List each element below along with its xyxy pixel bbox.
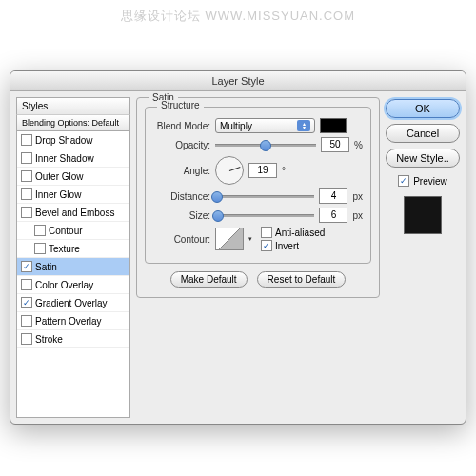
contour-picker[interactable]	[215, 228, 244, 250]
angle-unit: °	[282, 166, 286, 176]
style-item-pattern-overlay[interactable]: Pattern Overlay	[17, 312, 129, 330]
style-item-label: Color Overlay	[35, 280, 93, 290]
size-label: Size:	[153, 210, 210, 221]
style-item-texture[interactable]: Texture	[17, 240, 129, 258]
style-item-drop-shadow[interactable]: Drop Shadow	[17, 131, 129, 149]
anti-aliased-label: Anti-aliased	[275, 228, 325, 238]
preview-label: Preview	[413, 176, 447, 187]
preview-swatch	[404, 196, 442, 234]
blend-mode-label: Blend Mode:	[153, 121, 210, 131]
style-item-bevel-and-emboss[interactable]: Bevel and Emboss	[17, 204, 129, 222]
styles-panel: Styles Blending Options: Default Drop Sh…	[16, 97, 130, 418]
styles-header[interactable]: Styles	[16, 97, 130, 114]
style-item-stroke[interactable]: Stroke	[17, 330, 129, 348]
style-item-inner-shadow[interactable]: Inner Shadow	[17, 149, 129, 168]
cancel-button[interactable]: Cancel	[386, 124, 460, 143]
checkbox-icon[interactable]	[21, 333, 32, 345]
dialog-body: Styles Blending Options: Default Drop Sh…	[10, 91, 466, 424]
distance-unit: px	[352, 191, 363, 202]
size-unit: px	[352, 210, 363, 221]
right-panel: OK Cancel New Style.. Preview	[386, 97, 460, 418]
size-row: Size: 6 px	[153, 208, 363, 223]
chevron-updown-icon	[297, 120, 310, 131]
opacity-unit: %	[354, 140, 363, 150]
checkbox-icon[interactable]	[21, 207, 32, 218]
style-item-label: Stroke	[35, 334, 63, 345]
distance-input[interactable]: 4	[319, 188, 347, 204]
style-list: Drop ShadowInner ShadowOuter GlowInner G…	[16, 130, 130, 418]
style-item-label: Pattern Overlay	[35, 316, 101, 327]
blending-options[interactable]: Blending Options: Default	[16, 114, 130, 130]
angle-dial[interactable]	[215, 156, 244, 185]
blend-mode-row: Blend Mode: Multiply	[153, 118, 363, 133]
distance-label: Distance:	[153, 191, 210, 202]
checkbox-icon[interactable]	[21, 279, 32, 290]
chevron-down-icon[interactable]: ▾	[248, 235, 256, 243]
invert-label: Invert	[275, 241, 299, 251]
invert-checkbox[interactable]: Invert	[261, 240, 325, 251]
opacity-label: Opacity:	[153, 140, 210, 150]
checkbox-icon[interactable]	[21, 297, 32, 308]
opacity-slider[interactable]	[215, 138, 316, 151]
default-buttons-row: Make Default Reset to Default	[145, 271, 371, 288]
distance-slider[interactable]	[215, 189, 314, 203]
style-item-label: Bevel and Emboss	[35, 208, 114, 218]
style-item-label: Satin	[35, 262, 57, 272]
reset-default-button[interactable]: Reset to Default	[257, 271, 347, 288]
angle-row: Angle: 19 °	[153, 156, 363, 185]
new-style-button[interactable]: New Style..	[386, 149, 460, 168]
style-item-label: Drop Shadow	[35, 135, 93, 146]
structure-group: Structure Blend Mode: Multiply	[145, 107, 371, 264]
watermark-text: 思缘设计论坛 WWW.MISSYUAN.COM	[0, 8, 476, 25]
layer-style-dialog: Layer Style Styles Blending Options: Def…	[10, 70, 466, 425]
contour-label: Contour:	[153, 234, 210, 245]
checkbox-icon[interactable]	[21, 188, 32, 200]
angle-label: Angle:	[153, 166, 210, 176]
style-item-label: Contour	[49, 226, 83, 236]
blend-mode-value: Multiply	[220, 121, 252, 131]
style-item-satin[interactable]: Satin	[17, 258, 129, 276]
checkbox-icon[interactable]	[21, 261, 32, 272]
blend-mode-select[interactable]: Multiply	[215, 118, 315, 133]
make-default-button[interactable]: Make Default	[170, 271, 248, 288]
opacity-row: Opacity: 50 %	[153, 137, 363, 152]
satin-group: Satin Structure Blend Mode: Multiply	[136, 97, 380, 298]
preview-checkbox[interactable]: Preview	[386, 175, 460, 187]
angle-input[interactable]: 19	[248, 163, 277, 178]
style-item-inner-glow[interactable]: Inner Glow	[17, 186, 129, 204]
style-item-label: Inner Shadow	[35, 153, 94, 164]
style-item-color-overlay[interactable]: Color Overlay	[17, 276, 129, 294]
style-item-label: Outer Glow	[35, 171, 84, 182]
checkbox-icon[interactable]	[34, 243, 46, 254]
anti-aliased-checkbox[interactable]: Anti-aliased	[261, 227, 325, 238]
size-input[interactable]: 6	[319, 208, 347, 223]
color-swatch[interactable]	[320, 118, 347, 133]
size-slider[interactable]	[215, 208, 314, 222]
dialog-title: Layer Style	[10, 71, 466, 91]
checkbox-icon[interactable]	[21, 152, 32, 164]
checkbox-icon[interactable]	[21, 170, 32, 182]
style-item-label: Inner Glow	[35, 189, 81, 200]
checkbox-icon[interactable]	[21, 315, 32, 327]
distance-row: Distance: 4 px	[153, 188, 363, 204]
checkbox-icon[interactable]	[21, 134, 32, 146]
contour-row: Contour: ▾ Anti-aliased Invert	[153, 227, 363, 251]
settings-panel: Satin Structure Blend Mode: Multiply	[136, 97, 380, 418]
structure-title: Structure	[157, 100, 204, 110]
ok-button[interactable]: OK	[386, 99, 460, 118]
style-item-label: Gradient Overlay	[35, 298, 108, 308]
opacity-input[interactable]: 50	[321, 137, 349, 152]
checkbox-icon[interactable]	[34, 225, 46, 236]
style-item-label: Texture	[49, 244, 80, 254]
style-item-contour[interactable]: Contour	[17, 222, 129, 240]
style-item-gradient-overlay[interactable]: Gradient Overlay	[17, 294, 129, 312]
style-item-outer-glow[interactable]: Outer Glow	[17, 168, 129, 186]
